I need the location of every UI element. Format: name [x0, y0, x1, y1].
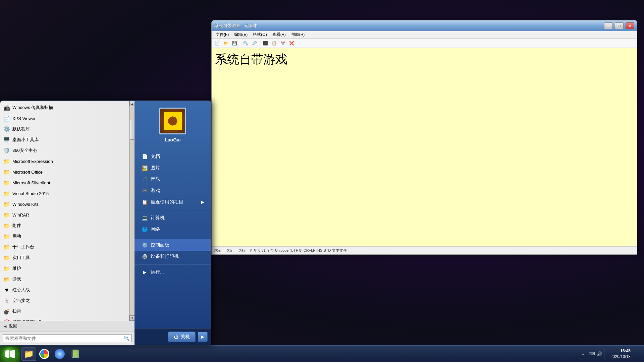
fax-scan-label: Windows 传真和扫描	[12, 105, 53, 111]
menu-item-winrar[interactable]: 📁 WinRAR	[0, 209, 129, 220]
menu-item-gadgets[interactable]: 🖥️ 桌面小工具库	[0, 134, 129, 145]
menu-item-xps[interactable]: 📄 XPS Viewer	[0, 113, 129, 124]
menu-item-freecell[interactable]: 🃏 空当接龙	[0, 295, 129, 306]
start-search-area: 🔍	[0, 331, 135, 345]
scroll-up-arrow[interactable]: ▲	[129, 101, 135, 106]
shutdown-arrow-button[interactable]: ▶	[198, 332, 208, 342]
menu-item-qianniu[interactable]: 📁 千牛工作台	[0, 242, 129, 252]
network-icon: 🌐	[141, 226, 148, 233]
pictures-label: 图片	[151, 165, 160, 171]
menu-item-ms-office[interactable]: 📁 Microsoft Office	[0, 167, 129, 177]
right-item-network[interactable]: 🌐 网络	[135, 224, 211, 235]
right-sep-2	[135, 237, 211, 237]
menu-item-360[interactable]: 🛡️ 360安全中心	[0, 145, 129, 156]
scroll-track[interactable]	[129, 106, 135, 315]
menu-item-hearts[interactable]: ♥ 红心大战	[0, 285, 129, 295]
start-button[interactable]	[0, 346, 20, 362]
toolbar-search2[interactable]: 🔎	[250, 40, 258, 47]
toolbar-save[interactable]: 💾	[230, 40, 238, 47]
menu-item-practical-tools[interactable]: 📁 实用工具	[0, 252, 129, 263]
right-item-control-panel[interactable]: ⚙️ 控制面板	[135, 239, 211, 251]
xps-label: XPS Viewer	[12, 116, 36, 121]
taskbar-item-file-explorer[interactable]: 📁	[21, 347, 36, 361]
menu-edit[interactable]: 编辑(E)	[231, 31, 250, 38]
attachment-icon: 📁	[3, 222, 10, 229]
system-clock[interactable]: 16:45 2020/10/18	[608, 347, 633, 361]
search-input-wrapper[interactable]: 🔍	[3, 334, 132, 342]
toolbar-view[interactable]: ⬛	[261, 40, 269, 47]
right-item-devices[interactable]: 🖨️ 设备和打印机	[135, 251, 211, 262]
computer-icon: 💻	[141, 215, 148, 221]
maximize-button[interactable]: □	[615, 22, 624, 29]
toolbar-search[interactable]: 🔍	[241, 40, 250, 47]
menu-view[interactable]: 查看(V)	[270, 31, 288, 38]
maintenance-icon: 📁	[3, 265, 10, 272]
shutdown-button[interactable]: ⏻ 关机	[168, 331, 196, 342]
taskbar-items: 📁 📗	[20, 347, 573, 361]
right-item-music[interactable]: 🎵 音乐	[135, 174, 211, 185]
toolbar-open[interactable]: 📂	[222, 40, 230, 47]
menu-item-maintenance[interactable]: 📁 维护	[0, 263, 129, 274]
menu-item-game-explorer[interactable]: 🎯 游戏资源管理器	[0, 317, 129, 321]
window-statusbar: 求值 -- 选定 -- 选行 -- 匹配 0 31 字节 Unicode (UT…	[212, 246, 637, 254]
toolbar-sep-2	[260, 40, 260, 46]
minimize-button[interactable]: ─	[604, 22, 613, 29]
close-button[interactable]: ✕	[626, 22, 634, 29]
toolbar-new[interactable]: 📄	[213, 40, 221, 47]
taskbar-item-chrome[interactable]	[37, 347, 52, 361]
menu-item-default-prog[interactable]: ⚙️ 默认程序	[0, 124, 129, 134]
tray-arrow[interactable]: ▲	[581, 352, 585, 356]
control-panel-icon: ⚙️	[141, 242, 148, 248]
search-input[interactable]	[5, 336, 122, 341]
right-item-computer[interactable]: 💻 计算机	[135, 212, 211, 224]
gadgets-icon: 🖥️	[3, 136, 10, 143]
toolbar-cut[interactable]: ✂️	[279, 40, 287, 47]
show-desktop-button[interactable]	[638, 347, 641, 361]
right-item-recent[interactable]: 📋 最近使用的项目 ▶	[135, 196, 211, 208]
left-scrollbar[interactable]: ▲ ▼	[129, 101, 135, 321]
gadgets-label: 桌面小工具库	[12, 137, 39, 143]
menu-format[interactable]: 格式(O)	[250, 31, 269, 38]
games-folder-label: 游戏	[12, 276, 21, 282]
toolbar-cancel[interactable]: ❌	[287, 40, 296, 47]
menu-item-attachment[interactable]: 📁 附件	[0, 220, 129, 231]
hearts-label: 红心大战	[12, 287, 30, 293]
taskbar-item-chrome2[interactable]	[52, 347, 67, 361]
start-left-list[interactable]: 📠 Windows 传真和扫描 📄 XPS Viewer ⚙️ 默认程序 🖥️ …	[0, 101, 129, 321]
right-item-games[interactable]: 🎮 游戏	[135, 185, 211, 196]
menu-item-ms-silverlight[interactable]: 📁 Microsoft Silverlight	[0, 177, 129, 188]
notepad-content: 系统自带游戏	[215, 51, 634, 68]
user-avatar[interactable]	[159, 108, 186, 134]
back-button[interactable]: ◄ 返回	[0, 321, 135, 331]
devices-icon: 🖨️	[141, 253, 148, 260]
toolbar-sep-1	[240, 40, 240, 46]
menu-item-games-folder[interactable]: 📂 游戏	[0, 274, 129, 285]
menu-item-minesweeper[interactable]: 💣 扫雷	[0, 306, 129, 317]
menu-help[interactable]: 帮助(H)	[288, 31, 308, 38]
taskbar-item-green-app[interactable]: 📗	[68, 347, 83, 361]
volume-icon[interactable]: 🔊	[597, 351, 602, 357]
start-orb	[3, 347, 17, 361]
right-item-pictures[interactable]: 🖼️ 图片	[135, 162, 211, 174]
toolbar-copy[interactable]: 📋	[270, 40, 278, 47]
scroll-down-arrow[interactable]: ▼	[129, 315, 135, 321]
ms-expression-icon: 📁	[3, 158, 10, 165]
ms-silverlight-icon: 📁	[3, 179, 10, 186]
menu-file[interactable]: 文件(F)	[213, 31, 231, 38]
keyboard-icon[interactable]: ⌨	[589, 351, 595, 357]
menu-item-fax-scan[interactable]: 📠 Windows 传真和扫描	[0, 102, 129, 113]
menu-item-windows-kits[interactable]: 📁 Windows Kits	[0, 199, 129, 209]
right-item-documents[interactable]: 📄 文档	[135, 151, 211, 162]
menu-item-ms-expression[interactable]: 📁 Microsoft Expression	[0, 156, 129, 167]
search-icon[interactable]: 🔍	[124, 336, 129, 341]
desktop: 系统自带游戏 - 记事本 ─ □ ✕ 文件(F) 编辑(E) 格式(O) 查看(…	[0, 0, 644, 362]
start-menu-left: 📠 Windows 传真和扫描 📄 XPS Viewer ⚙️ 默认程序 🖥️ …	[0, 101, 135, 345]
scroll-thumb[interactable]	[130, 120, 134, 140]
360-label: 360安全中心	[12, 147, 37, 154]
freecell-icon: 🃏	[3, 297, 10, 304]
qianniu-icon: 📁	[3, 243, 10, 251]
winrar-icon: 📁	[3, 211, 10, 219]
right-item-run[interactable]: ▶ 运行...	[135, 266, 211, 278]
menu-item-vs2015[interactable]: 📁 Visual Studio 2015	[0, 188, 129, 199]
menu-item-startup[interactable]: 📁 启动	[0, 231, 129, 242]
